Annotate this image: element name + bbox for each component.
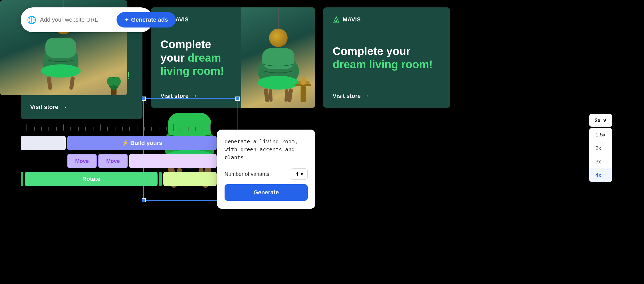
track-move-1[interactable]: Move [67,154,97,168]
ruler-tick [38,127,45,131]
ruler-tick [155,127,163,131]
svg-rect-8 [263,88,270,103]
variants-select[interactable]: 4 ▾ [291,168,308,180]
ruler-tick [119,127,126,131]
track-move-spacer [129,154,217,168]
track-row-build: ⚡ Build yours [21,136,217,150]
track-rotate[interactable]: Rotate [25,172,158,186]
dropdown-chevron-icon: ▾ [301,171,303,177]
ruler-tick [163,127,170,131]
selection-handle-tl[interactable] [142,97,146,101]
ad-card-right: MAVIS Complete your dream living room! V… [323,7,450,108]
ruler-tick [148,127,155,131]
svg-rect-10 [269,89,273,102]
generate-button[interactable]: Generate [225,184,308,201]
globe-icon: 🌐 [27,16,36,24]
ad-headline-right: Complete your dream living room! [333,45,441,71]
divider [225,164,308,164]
track-row-move: Move Move [21,154,217,168]
svg-rect-13 [301,86,306,102]
ad-cta-right: Visit store → [333,93,441,99]
ruler-tick [67,127,75,131]
track-build[interactable]: ⚡ Build yours [67,136,217,150]
ad-logo-right: MAVIS [333,16,441,23]
track-pre-build [21,136,66,150]
svg-rect-11 [284,89,288,102]
svg-rect-19 [45,38,76,58]
ruler-tick [170,124,177,131]
zoom-option-2x[interactable]: 2x [589,141,612,155]
timeline-ruler: (function(){ const ruler = document.quer… [21,124,217,131]
ruler-tick [97,124,104,131]
svg-rect-22 [69,76,75,90]
ruler-tick [89,127,97,131]
ruler-tick [141,127,148,131]
ad-cta-left: Visit store → [30,104,133,111]
generate-panel: generate a living room, with green accen… [217,130,315,209]
zoom-option-3x[interactable]: 3x [589,155,612,168]
ruler-tick [111,127,119,131]
url-input[interactable] [40,16,113,23]
svg-point-20 [41,64,81,77]
ruler-tick [23,124,31,131]
zoom-options-list: 1.5x 2x 3x 4x [589,128,612,182]
ruler-tick [126,127,133,131]
svg-point-25 [107,77,114,86]
svg-marker-17 [335,20,338,22]
ruler-tick [31,127,38,131]
ad-headline-center: Complete your dream living room! [160,38,232,78]
ad-image-center [241,7,315,108]
zoom-chevron-icon: ∨ [603,117,607,123]
zoom-option-1-5x[interactable]: 1.5x [589,128,612,141]
ruler-tick [45,127,53,131]
side-table-center [293,76,314,108]
ruler-tick [104,127,111,131]
track-rotate-indicator-end [159,172,162,186]
track-row-rotate: Rotate [21,172,217,186]
svg-rect-21 [47,76,52,90]
prompt-input[interactable]: generate a living room, with green accen… [225,138,308,159]
selection-handle-tr[interactable] [235,97,240,101]
svg-rect-15 [301,77,306,85]
timeline-tracks: ⚡ Build yours Move Move Rotate [21,136,217,186]
ruler-tick [207,124,214,131]
generate-ads-button[interactable]: ✦ Generate ads [117,12,176,28]
ruler-tick [133,124,141,131]
ruler-tick [53,127,60,131]
selection-handle-bl[interactable] [142,198,146,202]
ruler-tick [177,127,185,131]
timeline: (function(){ const ruler = document.quer… [21,124,217,186]
track-rotate-tail [163,172,217,186]
track-move-2[interactable]: Move [98,154,128,168]
variants-label: Number of variants [225,171,269,177]
zoom-option-4x[interactable]: 4x [589,168,612,182]
variants-row: Number of variants 4 ▾ [225,168,308,180]
svg-point-26 [113,77,121,86]
star-icon: ✦ [124,17,129,23]
zoom-dropdown: 2x ∨ 1.5x 2x 3x 4x [589,114,612,182]
ruler-tick [82,127,90,131]
ruler-tick [75,127,82,131]
ruler-tick [192,127,199,131]
zoom-current[interactable]: 2x ∨ [589,114,612,127]
ruler-tick [185,127,192,131]
ruler-tick [60,124,67,131]
plant-bottom-right [106,69,122,95]
track-rotate-indicator-start [21,172,23,186]
ad-card-center: MAVIS Complete your dream living room! V… [151,7,315,108]
url-bar: 🌐 ✦ Generate ads [21,7,153,32]
ruler-tick [199,127,207,131]
chair-bottom-right [33,29,89,95]
